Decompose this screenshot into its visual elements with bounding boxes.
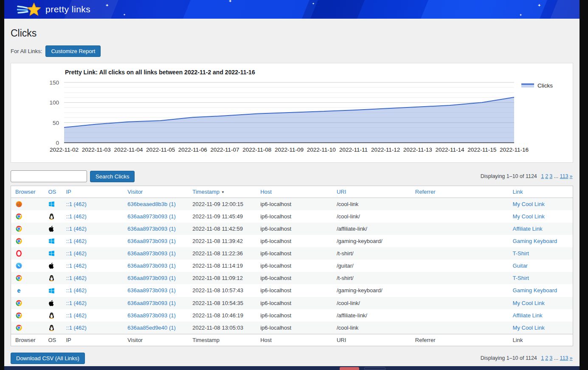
visitor-link[interactable]: 636aa85ed9e40 (1) [127, 325, 176, 331]
cell-uri: /affiliate-link/ [332, 309, 411, 322]
page-link-last[interactable]: 113 [560, 355, 568, 361]
svg-text:2022-11-09: 2022-11-09 [275, 147, 304, 153]
page-link-2[interactable]: 2 [545, 173, 548, 179]
column-header-browser[interactable]: Browser [11, 186, 44, 198]
customize-report-button[interactable]: Customize Report [45, 45, 101, 57]
pretty-link-link[interactable]: My Cool Link [513, 201, 545, 207]
pretty-link-link[interactable]: My Cool Link [513, 213, 545, 220]
svg-text:2022-11-11: 2022-11-11 [339, 147, 368, 153]
pretty-link-link[interactable]: Guitar [513, 263, 528, 269]
sort-link-browser[interactable]: Browser [15, 189, 36, 195]
cell-timestamp: 2022-11-08 10:57:43 [188, 284, 256, 297]
cell-uri: /gaming-keyboard/ [332, 284, 411, 297]
visitor-link[interactable]: 636aa8973b093 (1) [127, 250, 176, 257]
column-header-referrer[interactable]: Referrer [411, 186, 509, 198]
page-title: Clicks [11, 19, 573, 39]
table-row: ::1 (462)636aa8973b093 (1)2022-11-08 10:… [11, 309, 573, 322]
page-link-3[interactable]: 3 [549, 173, 552, 179]
ip-link[interactable]: ::1 (462) [66, 275, 86, 281]
visitor-link[interactable]: 636aa8973b093 (1) [127, 238, 176, 244]
dark-button-partial[interactable] [364, 367, 385, 370]
visitor-link[interactable]: 636aa8973b093 (1) [127, 263, 176, 269]
sparkle-icon: ✦ [537, 3, 541, 8]
sort-link-visitor[interactable]: Visitor [127, 189, 143, 195]
column-header-timestamp[interactable]: Timestamp▼ [188, 186, 256, 198]
ip-link[interactable]: ::1 (462) [66, 226, 86, 232]
cell-os [44, 235, 62, 247]
cell-uri: /cool-link [332, 198, 411, 211]
table-row: ::1 (462)636aa8973b093 (1)2022-11-08 11:… [11, 272, 573, 284]
sort-link-link[interactable]: Link [513, 189, 523, 195]
visitor-link[interactable]: 636aa8973b093 (1) [127, 287, 176, 294]
footer-column-referrer: Referrer [411, 334, 509, 346]
ip-link[interactable]: ::1 (462) [66, 263, 86, 269]
visitor-link[interactable]: 636aa8973b093 (1) [127, 312, 176, 319]
sort-link-referrer[interactable]: Referrer [415, 189, 436, 195]
ip-link[interactable]: ::1 (462) [66, 213, 86, 220]
table-header: BrowserOSIPVisitorTimestamp▼HostURIRefer… [11, 186, 573, 198]
cell-timestamp: 2022-11-08 11:09:12 [188, 272, 256, 284]
table-row: ::1 (462)636aa8973b093 (1)2022-11-08 11:… [11, 223, 573, 235]
pretty-link-link[interactable]: My Cool Link [513, 300, 545, 306]
svg-text:2022-11-08: 2022-11-08 [242, 147, 271, 153]
edge-icon: e [15, 287, 23, 294]
pretty-link-link[interactable]: Affiliate Link [513, 226, 543, 232]
sort-link-timestamp[interactable]: Timestamp [192, 189, 219, 195]
page-link-1[interactable]: 1 [541, 355, 544, 361]
pretty-link-link[interactable]: T-Shirt [513, 275, 529, 281]
red-button-partial[interactable] [340, 367, 359, 370]
ip-link[interactable]: ::1 (462) [66, 201, 86, 207]
pretty-link-link[interactable]: T-Shirt [513, 250, 529, 257]
column-header-link[interactable]: Link [509, 186, 573, 198]
ip-link[interactable]: ::1 (462) [66, 312, 86, 319]
visitor-link[interactable]: 636aa8973b093 (1) [127, 275, 176, 281]
column-header-host[interactable]: Host [256, 186, 332, 198]
cell-timestamp: 2022-11-08 11:39:42 [188, 235, 256, 247]
visitor-link[interactable]: 636beaaed8b3b (1) [127, 201, 176, 207]
pretty-link-link[interactable]: Gaming Keyboard [513, 287, 557, 294]
cell-visitor: 636beaaed8b3b (1) [123, 198, 188, 211]
linux-icon [48, 213, 55, 220]
cell-host: ip6-localhost [256, 297, 332, 309]
sort-desc-icon: ▼ [221, 190, 225, 194]
cell-os [44, 297, 62, 309]
column-header-ip[interactable]: IP [62, 186, 123, 198]
cell-host: ip6-localhost [256, 272, 332, 284]
cell-uri: /gaming-keyboard/ [332, 235, 411, 247]
page-link-1[interactable]: 1 [541, 173, 544, 179]
page-link-3[interactable]: 3 [549, 355, 552, 361]
visitor-link[interactable]: 636aa8973b093 (1) [127, 226, 176, 232]
search-input[interactable] [11, 170, 87, 182]
pretty-link-link[interactable]: My Cool Link [513, 325, 545, 331]
cell-link: Affiliate Link [509, 223, 573, 235]
ip-link[interactable]: ::1 (462) [66, 300, 86, 306]
footer-column-browser: Browser [11, 334, 44, 346]
next-page-link[interactable]: » [570, 173, 573, 179]
ip-link[interactable]: ::1 (462) [66, 250, 86, 257]
search-clicks-button[interactable]: Search Clicks [90, 171, 135, 182]
pretty-link-link[interactable]: Gaming Keyboard [513, 238, 557, 244]
sort-link-ip[interactable]: IP [66, 189, 71, 195]
download-csv-button[interactable]: Download CSV (All Links) [11, 353, 85, 364]
page-link-last[interactable]: 113 [560, 173, 568, 179]
ip-link[interactable]: ::1 (462) [66, 287, 86, 294]
pretty-link-link[interactable]: Affiliate Link [513, 312, 543, 319]
ip-link[interactable]: ::1 (462) [66, 238, 86, 244]
cell-link: T-Shirt [509, 272, 573, 284]
pretty-links-banner: ✦ ✦ ✦ ✦ ✦ ✦ pretty links [4, 0, 580, 19]
sort-link-uri[interactable]: URI [337, 189, 346, 195]
sort-link-os[interactable]: OS [48, 189, 56, 195]
visitor-link[interactable]: 636aa8973b093 (1) [127, 213, 176, 220]
column-header-visitor[interactable]: Visitor [123, 186, 188, 198]
column-header-os[interactable]: OS [44, 186, 62, 198]
next-page-link[interactable]: » [570, 355, 573, 361]
svg-text:e: e [17, 287, 21, 294]
page-link-2[interactable]: 2 [545, 355, 548, 361]
cell-timestamp: 2022-11-08 13:05:03 [188, 322, 256, 334]
visitor-link[interactable]: 636aa8973b093 (1) [127, 300, 176, 306]
cell-ip: ::1 (462) [62, 322, 123, 334]
sort-link-host[interactable]: Host [260, 189, 272, 195]
ip-link[interactable]: ::1 (462) [66, 325, 86, 331]
column-header-uri[interactable]: URI [332, 186, 411, 198]
windows-icon [48, 201, 55, 208]
